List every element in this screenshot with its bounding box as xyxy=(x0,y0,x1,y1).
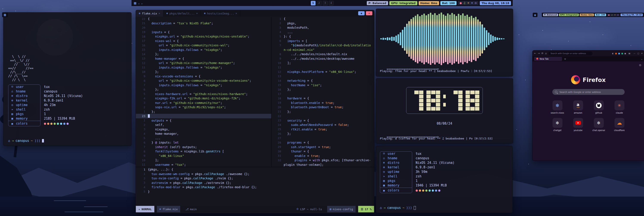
firefox-favicon xyxy=(536,58,538,60)
tray-icon[interactable]: ♫ xyxy=(611,14,612,16)
fetch-value: 4h 23m xyxy=(44,103,56,107)
code-token: = xyxy=(199,48,204,52)
code-line: 15 inputs.nixpkgs.follows = "nixpkgs"; xyxy=(136,48,271,52)
editor-tab-pkgs/default...[interactable]: ❄pkgs/default...× xyxy=(163,10,201,17)
maximize-button[interactable]: ▢ xyxy=(637,52,639,55)
new-tab-page: ⚙ Firefox ❄search.nixosaamazongithub✳cla… xyxy=(532,61,644,161)
code-token: "nixpkgs" xyxy=(204,83,220,87)
git-branch-segment: ⎇ main xyxy=(183,206,199,212)
tray-icon[interactable]: ● xyxy=(460,2,462,5)
fetch-colors-row: ▣colors xyxy=(8,121,126,126)
line-number: 10 xyxy=(272,61,284,65)
tab-new-tab[interactable]: New Tab xyxy=(534,57,562,61)
code-text: home-manager, xyxy=(148,132,179,135)
code-line: 15 hostName = "iso"; xyxy=(272,83,374,88)
editor-tab-hosts/isoImag...[interactable]: ❄hosts/isoImag...× xyxy=(201,10,240,17)
code-line: 11 inputs.nixpkgs.follows = "nixpkgs"; xyxy=(136,65,271,70)
code-token: = { xyxy=(306,79,313,82)
fetch-label-cell: ◷uptime xyxy=(380,170,412,174)
launcher-button-left[interactable]: ▦ xyxy=(2,12,8,17)
shortcut-search.nixos[interactable]: ❄search.nixos xyxy=(549,100,566,114)
code-text: }; xyxy=(148,88,159,91)
ascii-art-line: ==\__\/ // xyxy=(8,59,126,63)
launcher-icon[interactable]: ▦ xyxy=(134,1,136,5)
clock-cell xyxy=(431,103,436,106)
new-tab-button[interactable]: + xyxy=(564,57,566,61)
shortcut-chat.openai[interactable]: ✻chat.openai xyxy=(590,118,608,131)
code-token: with xyxy=(313,158,320,162)
code-token: true xyxy=(318,128,326,131)
fetch-value: tux xyxy=(44,85,50,89)
tray-icon[interactable]: ● xyxy=(608,14,610,16)
shortcut-github[interactable]: github xyxy=(590,100,608,114)
code-line: 1{ xyxy=(272,17,374,21)
shortcut-chatgpt[interactable]: ✻chatgpt xyxy=(549,118,566,131)
editor-tab-flake.nix[interactable]: ❄flake.nix× xyxy=(136,10,163,17)
tray-icon[interactable]: ⊙ xyxy=(617,14,619,16)
line-number: 7 xyxy=(272,44,284,47)
search-input[interactable] xyxy=(559,91,622,94)
tray-icon[interactable]: ⊙ xyxy=(474,2,477,5)
code-line: plugin thunar-volman]; xyxy=(272,162,374,167)
tray-icon[interactable]: ☀ xyxy=(614,14,616,16)
color-dot xyxy=(416,189,418,192)
extension-icon[interactable]: ◐ xyxy=(612,52,614,55)
tab-close-icon[interactable]: × xyxy=(196,12,198,15)
extension-icon[interactable]: ■ xyxy=(618,52,620,55)
editor-pane-flake-nix[interactable]: 22{21 description = "tux's NixOS Flake";… xyxy=(136,17,271,167)
workspace-tag-4[interactable]: 4 xyxy=(329,1,334,6)
minimize-button[interactable]: — xyxy=(634,52,636,55)
ascii-art-line: // \// xyxy=(8,63,126,66)
tray-icon[interactable]: ✦ xyxy=(471,2,473,5)
visualizer-bar xyxy=(503,38,504,39)
fetch-label: colors xyxy=(16,122,28,125)
workspace-tag-1[interactable]: 1 xyxy=(311,1,316,6)
line-number: 7 xyxy=(136,145,148,148)
url-bar[interactable]: Search with Google or enter address xyxy=(548,52,592,55)
code-text: sops-nix.url = "github:Mic92/sops-nix"; xyxy=(148,105,226,109)
code-text: hostName = "iso"; xyxy=(284,83,322,87)
fetch-label-cell: ☺user xyxy=(380,152,412,156)
code-token: = xyxy=(164,79,170,82)
tab-close-icon[interactable]: × xyxy=(236,12,237,15)
clock-cell xyxy=(443,99,446,102)
extension-icon[interactable]: ● xyxy=(624,52,626,55)
tab-overflow-chevron[interactable]: ⌄ xyxy=(641,58,643,60)
back-button[interactable]: ← xyxy=(534,52,536,55)
code-line: 1 }; xyxy=(136,110,271,114)
code-token: } xyxy=(148,190,150,193)
visualizer-bar xyxy=(443,15,444,63)
shortcut-amazon[interactable]: aamazon xyxy=(570,100,587,114)
hamburger-menu-icon[interactable]: ≡ xyxy=(628,52,630,55)
tray-icon[interactable]: ♫ xyxy=(464,2,466,5)
extension-icon[interactable]: ■ xyxy=(622,52,623,55)
close-button[interactable]: ✕ xyxy=(641,52,643,55)
shortcut-youtube[interactable]: youtube xyxy=(570,118,587,131)
code-token: ; xyxy=(246,92,248,96)
code-text: tux-nvim-config = pkgs.callPackage ./nvi… xyxy=(148,176,233,180)
extension-icon[interactable]: ■ xyxy=(615,52,617,55)
code-line: 8 forAllSystems = nixpkgs.lib.genAttrs [ xyxy=(136,149,271,154)
view-toggle-button[interactable]: ◉ xyxy=(358,11,364,15)
newtab-search-bar[interactable] xyxy=(552,89,625,95)
workspace-tag-3[interactable]: 3 xyxy=(323,1,328,6)
folder-icon: ▤ xyxy=(330,207,331,210)
forward-button[interactable]: → xyxy=(538,52,540,55)
tray-icon[interactable]: ☀ xyxy=(467,2,470,5)
clock-cell xyxy=(414,91,419,94)
visualizer-bar xyxy=(445,16,446,62)
file-segment: ❄ flake.nix xyxy=(157,206,180,212)
editor-pane-pkgs-default[interactable]: 1{pkgs, ...}: {1 tux-awesome-wm-config =… xyxy=(136,167,374,206)
editor-pane-hosts-iso[interactable]: 1{2 pkgs,3 modulesPath,4 ...5}: {6 impor… xyxy=(272,17,374,167)
workspace-tag-2[interactable]: 2 xyxy=(317,1,322,6)
fetch-label: memory xyxy=(16,117,28,120)
reload-button[interactable]: ⟳ xyxy=(541,52,543,55)
personalize-gear-icon[interactable]: ⚙ xyxy=(639,64,642,67)
tab-close-icon[interactable]: × xyxy=(159,12,160,15)
shortcut-cloudflare[interactable]: ☁cloudflare xyxy=(611,118,628,131)
window-close-button[interactable]: ✕ xyxy=(366,11,372,15)
shortcut-claude[interactable]: ✳claude xyxy=(611,100,628,114)
launcher-button-right[interactable]: ▦ xyxy=(533,13,538,17)
home-button[interactable]: ⌂ xyxy=(545,52,547,55)
code-token: nixpkgs, xyxy=(148,128,170,131)
